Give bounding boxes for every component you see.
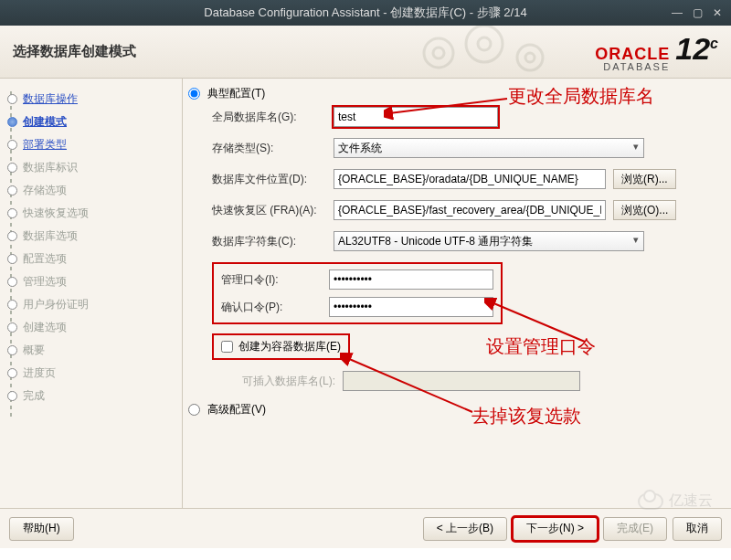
step-7: 配置选项 (5, 248, 176, 270)
step-dot-icon (7, 345, 17, 355)
admin-pw-label: 管理口令(I): (221, 272, 322, 288)
step-label: 完成 (23, 388, 45, 404)
minimize-icon[interactable]: — (669, 5, 685, 20)
svg-point-2 (466, 26, 503, 62)
step-dot-icon (7, 322, 17, 333)
toolbar: 帮助(H) < 上一步(B) 下一步(N) > 完成(E) 取消 (0, 508, 731, 548)
fra-label: 快速恢复区 (FRA)(A): (212, 203, 326, 218)
step-dot-icon (7, 277, 17, 287)
svg-point-0 (424, 38, 453, 68)
step-8: 管理选项 (5, 270, 176, 293)
help-button[interactable]: 帮助(H) (9, 517, 74, 541)
step-6: 数据库选项 (5, 225, 176, 248)
fra-input[interactable] (334, 200, 606, 220)
finish-button: 完成(E) (603, 517, 667, 541)
step-label: 创建选项 (23, 320, 67, 335)
page-title: 选择数据库创建模式 (13, 43, 136, 60)
storage-select[interactable]: 文件系统 (334, 138, 644, 158)
confirm-pw-input[interactable] (329, 297, 493, 317)
storage-label: 存储类型(S): (212, 141, 326, 156)
step-label: 数据库标识 (23, 160, 78, 175)
mode-typical-radio[interactable]: 典型配置(T) (188, 86, 722, 101)
browse-o-button[interactable]: 浏览(O)... (613, 200, 676, 220)
step-label: 配置选项 (23, 251, 67, 267)
svg-point-4 (517, 45, 543, 70)
next-button[interactable]: 下一步(N) > (513, 517, 598, 541)
back-button[interactable]: < 上一步(B) (423, 517, 507, 541)
password-group: 管理口令(I): 确认口令(P): (212, 262, 503, 324)
step-label: 部署类型 (23, 137, 67, 153)
step-label: 用户身份证明 (23, 297, 89, 312)
step-dot-icon (7, 368, 17, 378)
step-dot-icon (7, 391, 17, 401)
svg-point-3 (478, 37, 491, 50)
step-11: 概要 (5, 339, 176, 362)
content-pane: 典型配置(T) 全局数据库名(G): 存储类型(S): 文件系统 数据库文件位置… (183, 79, 731, 508)
mode-advanced-radio[interactable]: 高级配置(V) (188, 402, 722, 417)
oracle-logo: ORACLE DATABASE 12c (595, 31, 718, 72)
step-dot-icon (7, 231, 17, 241)
step-label: 存储选项 (23, 183, 67, 198)
close-icon[interactable]: ✕ (709, 5, 726, 20)
step-dot-icon (7, 163, 17, 173)
pluggable-input (343, 371, 580, 391)
svg-point-1 (433, 48, 444, 58)
step-3: 数据库标识 (5, 156, 176, 179)
step-10: 创建选项 (5, 316, 176, 339)
step-dot-icon (7, 300, 17, 310)
step-dot-icon (7, 185, 17, 195)
global-db-label: 全局数据库名(G): (212, 110, 326, 125)
step-2[interactable]: 部署类型 (5, 133, 176, 156)
logo-brand: ORACLE (595, 45, 670, 63)
pluggable-label: 可插入数据库名(L): (212, 374, 335, 389)
step-5: 快速恢复选项 (5, 202, 176, 225)
wizard-sidebar: 数据库操作创建模式部署类型数据库标识存储选项快速恢复选项数据库选项配置选项管理选… (0, 79, 183, 508)
gears-decor (402, 26, 567, 79)
db-files-input[interactable] (334, 169, 606, 189)
step-dot-icon (7, 140, 17, 150)
step-0[interactable]: 数据库操作 (5, 88, 176, 111)
step-label: 管理选项 (23, 274, 67, 290)
global-db-input[interactable] (334, 107, 498, 127)
maximize-icon[interactable]: ▢ (689, 5, 705, 20)
step-9: 用户身份证明 (5, 293, 176, 316)
window-title: Database Configuration Assistant - 创建数据库… (204, 5, 526, 21)
watermark: 亿速云 (638, 491, 713, 511)
header: 选择数据库创建模式 ORACLE DATABASE 12c (0, 26, 731, 79)
confirm-pw-label: 确认口令(P): (221, 300, 322, 315)
cancel-button[interactable]: 取消 (673, 517, 722, 541)
step-label: 进度页 (23, 365, 56, 381)
browse-r-button[interactable]: 浏览(R)... (613, 169, 676, 189)
charset-select[interactable]: AL32UTF8 - Unicode UTF-8 通用字符集 (334, 231, 644, 251)
step-dot-icon (7, 208, 17, 218)
step-1[interactable]: 创建模式 (5, 111, 176, 133)
svg-point-5 (525, 53, 535, 62)
step-label: 数据库选项 (23, 228, 78, 244)
step-13: 完成 (5, 385, 176, 407)
step-dot-icon (7, 254, 17, 264)
container-db-checkbox[interactable]: 创建为容器数据库(E) (212, 333, 350, 360)
admin-pw-input[interactable] (329, 269, 493, 290)
charset-label: 数据库字符集(C): (212, 234, 326, 249)
step-4: 存储选项 (5, 179, 176, 202)
step-label: 概要 (23, 343, 45, 358)
titlebar: Database Configuration Assistant - 创建数据库… (0, 0, 731, 26)
logo-sub: DATABASE (595, 61, 670, 72)
step-dot-icon (7, 94, 17, 104)
step-label: 数据库操作 (23, 91, 78, 107)
step-dot-icon (7, 117, 17, 127)
step-label: 快速恢复选项 (23, 206, 89, 221)
step-12: 进度页 (5, 362, 176, 385)
step-label: 创建模式 (23, 114, 67, 130)
db-files-label: 数据库文件位置(D): (212, 172, 326, 187)
